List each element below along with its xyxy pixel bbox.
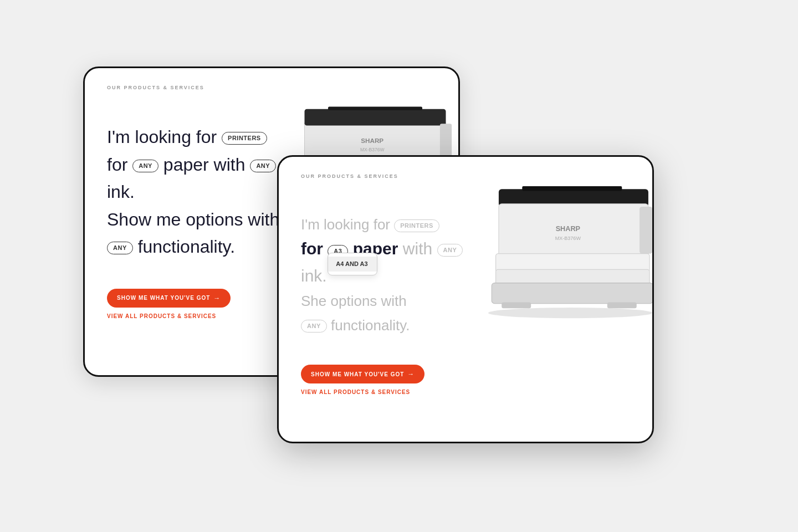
dropdown-item-a4a3[interactable]: A4 AND A3 [328,257,377,272]
svg-rect-11 [522,186,622,191]
view-all-link-front[interactable]: VIEW ALL PRODUCTS & SERVICES [301,389,630,395]
svg-rect-1 [305,109,446,126]
arrow-icon-back: → [213,294,221,302]
sentence-front-line4: ANY functionality. [301,317,410,334]
printer-svg-front: SHARP MX-B376W [469,168,654,345]
sentence-front: I'm looking for PRINTERS for A3 A4 AND A… [301,212,489,337]
svg-rect-13 [640,207,652,254]
sentence-back: I'm looking for PRINTERS for ANY paper w… [107,124,295,261]
sentence-back-line1: I'm looking for PRINTERS [107,127,267,147]
pill-printers-back[interactable]: PRINTERS [222,132,267,145]
svg-text:MX-B376W: MX-B376W [555,236,581,241]
svg-text:SHARP: SHARP [556,225,581,233]
cta-button-front[interactable]: SHOW ME WHAT YOU'VE GOT → [301,365,424,383]
dropdown-paper-size[interactable]: A3 A4 AND A3 [328,237,348,263]
pill-printers-front[interactable]: PRINTERS [394,219,439,232]
sentence-back-line3: Show me options with [107,209,279,229]
pill-any-func-back[interactable]: ANY [107,242,133,254]
sentence-front-line3: She options with [301,293,407,309]
svg-text:MX-B376W: MX-B376W [360,147,384,152]
pill-any-ink-back[interactable]: ANY [250,160,276,172]
dropdown-menu-paper: A4 AND A3 [328,253,377,275]
arrow-icon-front: → [407,370,415,378]
scene: OUR PRODUCTS & SERVICES I'm looking for … [66,44,732,488]
cta-button-back[interactable]: SHOW ME WHAT YOU'VE GOT → [107,289,231,308]
svg-text:SHARP: SHARP [361,137,383,144]
sentence-front-line2: for A3 A4 AND A3 paper with ANY ink. [301,239,463,284]
pill-any-func-front[interactable]: ANY [301,320,327,332]
svg-point-21 [488,308,652,318]
sentence-front-line1: I'm looking for PRINTERS [301,216,439,233]
svg-rect-19 [502,303,531,309]
printer-image-front: SHARP MX-B376W [469,168,654,345]
pill-any-paper-back[interactable]: ANY [132,160,158,172]
sentence-back-line4: ANY functionality. [107,237,235,257]
line3-mid: e options with [319,293,407,309]
svg-rect-20 [607,303,637,309]
pill-any-ink-front[interactable]: ANY [437,244,463,257]
svg-rect-18 [492,283,653,304]
svg-rect-2 [328,107,422,110]
card-front: OUR PRODUCTS & SERVICES I'm looking for … [277,155,654,443]
sentence-back-line2: for ANY paper with ANY ink. [107,155,276,202]
